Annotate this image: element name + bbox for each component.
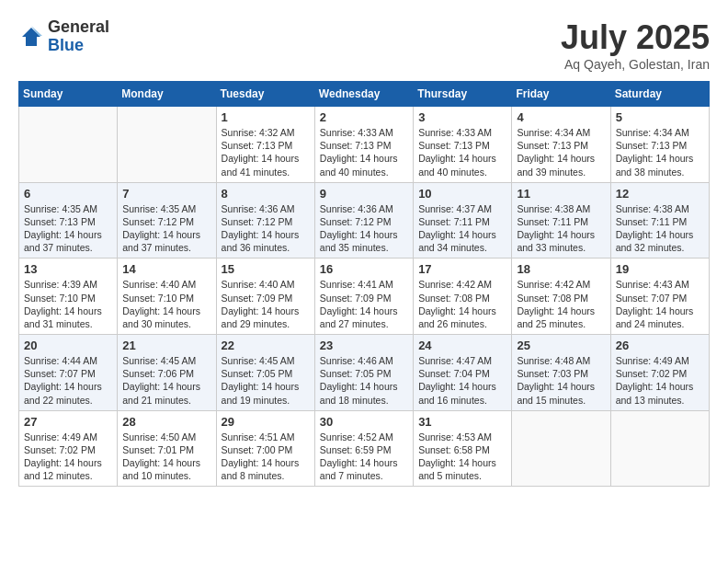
cell-info: Sunset: 7:09 PM: [320, 292, 408, 304]
cell-info: Sunrise: 4:35 AM: [122, 202, 210, 215]
logo-icon: [18, 24, 44, 50]
cell-info: Daylight: 14 hours and 13 minutes.: [616, 380, 704, 406]
day-header-friday: Friday: [512, 82, 610, 107]
cell-info: Sunset: 7:11 PM: [517, 215, 605, 228]
day-number: 4: [517, 110, 605, 124]
cell-info: Daylight: 14 hours and 37 minutes.: [24, 228, 112, 254]
cell-info: Sunset: 6:58 PM: [418, 443, 506, 456]
cell-info: Sunrise: 4:38 AM: [616, 202, 704, 215]
day-number: 28: [122, 415, 210, 429]
day-number: 18: [517, 262, 605, 276]
cell-info: Daylight: 14 hours and 10 minutes.: [122, 456, 210, 482]
cell-info: Daylight: 14 hours and 39 minutes.: [517, 152, 605, 178]
cell-info: Daylight: 14 hours and 19 minutes.: [222, 380, 310, 406]
cell-info: Sunset: 7:05 PM: [320, 367, 408, 380]
calendar-table: SundayMondayTuesdayWednesdayThursdayFrid…: [18, 81, 710, 487]
calendar-week-row: 20Sunrise: 4:44 AMSunset: 7:07 PMDayligh…: [19, 335, 710, 411]
cell-info: Sunrise: 4:53 AM: [418, 431, 506, 443]
day-number: 8: [222, 187, 310, 201]
cell-info: Daylight: 14 hours and 40 minutes.: [418, 152, 506, 178]
cell-info: Daylight: 14 hours and 22 minutes.: [24, 380, 112, 406]
calendar-cell: 22Sunrise: 4:45 AMSunset: 7:05 PMDayligh…: [216, 335, 314, 411]
cell-info: Sunset: 7:10 PM: [122, 292, 210, 304]
cell-info: Sunrise: 4:47 AM: [418, 354, 506, 367]
day-number: 10: [418, 187, 506, 201]
cell-info: Sunrise: 4:37 AM: [418, 202, 506, 215]
cell-info: Daylight: 14 hours and 7 minutes.: [320, 456, 408, 482]
cell-info: Sunset: 7:08 PM: [517, 292, 605, 304]
cell-info: Sunrise: 4:36 AM: [320, 202, 408, 215]
cell-info: Sunset: 7:13 PM: [320, 139, 408, 152]
calendar-header-row: SundayMondayTuesdayWednesdayThursdayFrid…: [19, 82, 710, 107]
calendar-cell: 10Sunrise: 4:37 AMSunset: 7:11 PMDayligh…: [414, 182, 512, 259]
calendar-cell: 14Sunrise: 4:40 AMSunset: 7:10 PMDayligh…: [118, 259, 216, 335]
cell-info: Daylight: 14 hours and 26 minutes.: [418, 304, 506, 330]
cell-info: Daylight: 14 hours and 36 minutes.: [222, 228, 310, 254]
calendar-cell: 15Sunrise: 4:40 AMSunset: 7:09 PMDayligh…: [216, 259, 314, 335]
cell-info: Daylight: 14 hours and 27 minutes.: [320, 304, 408, 330]
cell-info: Daylight: 14 hours and 5 minutes.: [418, 456, 506, 482]
day-number: 14: [122, 262, 210, 276]
day-number: 26: [616, 339, 704, 352]
day-number: 29: [222, 415, 310, 429]
day-number: 23: [320, 339, 408, 352]
cell-info: Sunrise: 4:45 AM: [122, 354, 210, 367]
svg-marker-0: [22, 28, 40, 46]
cell-info: Sunrise: 4:49 AM: [616, 354, 704, 367]
cell-info: Daylight: 14 hours and 12 minutes.: [24, 456, 112, 482]
cell-info: Sunset: 7:13 PM: [418, 139, 506, 152]
day-header-saturday: Saturday: [610, 82, 709, 107]
cell-info: Daylight: 14 hours and 8 minutes.: [222, 456, 310, 482]
calendar-cell: 28Sunrise: 4:50 AMSunset: 7:01 PMDayligh…: [118, 410, 216, 487]
calendar-cell: 24Sunrise: 4:47 AMSunset: 7:04 PMDayligh…: [414, 335, 512, 411]
cell-info: Sunset: 7:11 PM: [418, 215, 506, 228]
calendar-cell: 31Sunrise: 4:53 AMSunset: 6:58 PMDayligh…: [414, 410, 512, 487]
cell-info: Daylight: 14 hours and 21 minutes.: [122, 380, 210, 406]
cell-info: Sunrise: 4:41 AM: [320, 278, 408, 291]
cell-info: Daylight: 14 hours and 29 minutes.: [222, 304, 310, 330]
cell-info: Sunset: 7:07 PM: [24, 367, 112, 380]
calendar-cell: 11Sunrise: 4:38 AMSunset: 7:11 PMDayligh…: [512, 182, 610, 259]
cell-info: Daylight: 14 hours and 41 minutes.: [222, 152, 310, 178]
cell-info: Sunset: 7:11 PM: [616, 215, 704, 228]
cell-info: Sunrise: 4:48 AM: [517, 354, 605, 367]
day-number: 22: [222, 339, 310, 352]
day-number: 16: [320, 262, 408, 276]
cell-info: Daylight: 14 hours and 33 minutes.: [517, 228, 605, 254]
title-section: July 2025 Aq Qayeh, Golestan, Iran: [561, 18, 710, 72]
cell-info: Daylight: 14 hours and 32 minutes.: [616, 228, 704, 254]
day-number: 2: [320, 110, 408, 124]
logo-blue-text: Blue: [48, 37, 109, 55]
cell-info: Sunset: 7:13 PM: [517, 139, 605, 152]
day-number: 6: [24, 187, 112, 201]
cell-info: Sunset: 7:12 PM: [320, 215, 408, 228]
day-number: 1: [222, 110, 310, 124]
cell-info: Sunrise: 4:52 AM: [320, 431, 408, 443]
calendar-cell: 26Sunrise: 4:49 AMSunset: 7:02 PMDayligh…: [610, 335, 709, 411]
day-number: 11: [517, 187, 605, 201]
day-number: 31: [418, 415, 506, 429]
cell-info: Sunrise: 4:44 AM: [24, 354, 112, 367]
calendar-cell: 21Sunrise: 4:45 AMSunset: 7:06 PMDayligh…: [118, 335, 216, 411]
cell-info: Sunrise: 4:42 AM: [418, 278, 506, 291]
day-number: 24: [418, 339, 506, 352]
cell-info: Daylight: 14 hours and 38 minutes.: [616, 152, 704, 178]
calendar-week-row: 27Sunrise: 4:49 AMSunset: 7:02 PMDayligh…: [19, 410, 710, 487]
day-number: 5: [616, 110, 704, 124]
logo-general-text: General: [48, 18, 109, 37]
day-header-wednesday: Wednesday: [314, 82, 413, 107]
cell-info: Daylight: 14 hours and 18 minutes.: [320, 380, 408, 406]
calendar-cell: 6Sunrise: 4:35 AMSunset: 7:13 PMDaylight…: [19, 182, 118, 259]
day-number: 19: [616, 262, 704, 276]
day-number: 7: [122, 187, 210, 201]
cell-info: Sunset: 6:59 PM: [320, 443, 408, 456]
calendar-cell: 27Sunrise: 4:49 AMSunset: 7:02 PMDayligh…: [19, 410, 118, 487]
cell-info: Sunset: 7:12 PM: [222, 215, 310, 228]
calendar-cell: [512, 410, 610, 487]
cell-info: Sunset: 7:13 PM: [616, 139, 704, 152]
calendar-cell: 25Sunrise: 4:48 AMSunset: 7:03 PMDayligh…: [512, 335, 610, 411]
day-number: 20: [24, 339, 112, 352]
cell-info: Daylight: 14 hours and 24 minutes.: [616, 304, 704, 330]
calendar-cell: [19, 107, 118, 183]
cell-info: Daylight: 14 hours and 15 minutes.: [517, 380, 605, 406]
